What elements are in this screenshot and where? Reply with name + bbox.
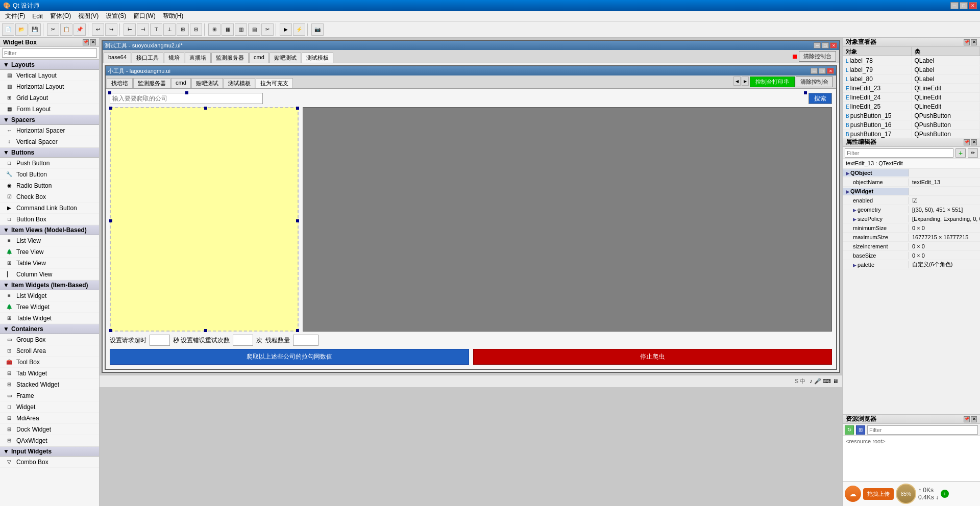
inner-restore-btn[interactable]: □	[819, 68, 826, 74]
align-top-button[interactable]: ⊤	[150, 23, 162, 36]
resource-filter-input[interactable]	[867, 425, 978, 435]
category-input-widgets[interactable]: ▼ Input Widgets	[0, 446, 99, 457]
obj-row-5[interactable]: ElineEdit_25 QLineEdit	[843, 102, 980, 111]
stop-crawl-button[interactable]: 停止爬虫	[473, 349, 832, 365]
widget-dock-widget[interactable]: ⊟ Dock Widget	[0, 424, 99, 435]
resize-mr2[interactable]	[296, 219, 299, 222]
save-button[interactable]: 💾	[29, 23, 41, 36]
outer-tab-bbs[interactable]: 贴吧测试	[270, 53, 301, 63]
outer-clear-btn[interactable]: 清除控制台	[799, 51, 836, 62]
obj-row-8[interactable]: BpushButton_17 QPushButton	[843, 130, 980, 138]
obj-row-2[interactable]: Llabel_80 QLabel	[843, 74, 980, 84]
inner-tab-nav-right[interactable]: ▶	[742, 77, 749, 86]
outer-tab-rule[interactable]: 规培	[164, 53, 184, 63]
layout-break-button[interactable]: ✂	[261, 23, 274, 36]
inner-tab-4[interactable]: 测试模板	[224, 78, 255, 88]
resize-tl[interactable]	[108, 91, 111, 94]
widget-box-pin[interactable]: 📌	[83, 39, 89, 45]
widget-form-layout[interactable]: ▦ Form Layout	[0, 104, 99, 115]
inner-tab-5[interactable]: 拉为可充支	[256, 78, 293, 88]
obj-row-4[interactable]: ElineEdit_24 QLineEdit	[843, 93, 980, 102]
widget-button-box[interactable]: □ Button Box	[0, 214, 99, 225]
align-center-v-button[interactable]: ⊟	[190, 23, 202, 36]
prop-max-size[interactable]: maximumSize 16777215 × 16777215	[843, 233, 980, 242]
resize-bl2[interactable]	[109, 329, 112, 332]
prop-editor-close[interactable]: ✕	[971, 139, 977, 145]
inner-tab-3[interactable]: 贴吧测试	[191, 78, 223, 88]
widget-list-view[interactable]: ≡ List View	[0, 235, 99, 246]
new-button[interactable]: 📄	[2, 23, 14, 36]
widget-list-widget[interactable]: ≡ List Widget	[0, 290, 99, 301]
widget-box-filter-input[interactable]	[2, 48, 97, 58]
widget-command-link[interactable]: ▶ Command Link Button	[0, 203, 99, 214]
prop-filter-add-btn[interactable]: +	[955, 148, 966, 158]
inner-clear-btn1[interactable]: 控制台打印串	[750, 77, 795, 87]
widget-radio-button[interactable]: ◉ Radio Button	[0, 180, 99, 191]
inner-tab-2[interactable]: cmd	[171, 78, 191, 88]
obj-row-0[interactable]: Llabel_78 QLabel	[843, 56, 980, 65]
upload-button[interactable]: 拖拽上传	[863, 488, 894, 500]
paste-button[interactable]: 📌	[74, 23, 86, 36]
search-button[interactable]: 搜索	[808, 93, 832, 104]
cut-button[interactable]: ✂	[47, 23, 59, 36]
resize-bc2[interactable]	[204, 329, 207, 332]
resource-browser-pin[interactable]: 📌	[964, 416, 970, 422]
undo-button[interactable]: ↩	[92, 23, 104, 36]
menu-edit[interactable]: Edit	[29, 12, 46, 21]
widget-vertical-layout[interactable]: ▤ Vertical Layout	[0, 70, 99, 81]
inner-tab-0[interactable]: 找培培	[107, 78, 133, 88]
resize-tr[interactable]	[804, 91, 807, 94]
widget-tool-button[interactable]: 🔧 Tool Button	[0, 169, 99, 180]
obj-row-7[interactable]: BpushButton_16 QPushButton	[843, 120, 980, 130]
copy-button[interactable]: 📋	[60, 23, 72, 36]
menu-help[interactable]: 帮助(H)	[160, 11, 187, 21]
maximize-button[interactable]: □	[960, 2, 968, 9]
outer-close-btn[interactable]: ✕	[830, 42, 837, 48]
layout-grid-button[interactable]: ⊞	[208, 23, 220, 36]
prop-filter-input[interactable]	[845, 148, 953, 158]
align-right-button[interactable]: ⊣	[137, 23, 149, 36]
close-button[interactable]: ✕	[969, 2, 977, 9]
category-spacers[interactable]: ▼ Spacers	[0, 115, 99, 125]
prop-object-name[interactable]: objectName textEdit_13	[843, 178, 980, 187]
widget-scroll-area[interactable]: ⊡ Scroll Area	[0, 345, 99, 357]
prop-base-size[interactable]: baseSize 0 × 0	[843, 251, 980, 260]
inner-close-btn[interactable]: ✕	[827, 68, 834, 74]
prop-size-policy[interactable]: ▶sizePolicy [Expanding, Expanding, 0, 0]	[843, 214, 980, 223]
outer-tab-live[interactable]: 直播培	[185, 53, 211, 63]
widget-frame[interactable]: ▭ Frame	[0, 390, 99, 401]
outer-tab-monitor[interactable]: 监测服务器	[211, 53, 249, 63]
category-item-widgets[interactable]: ▼ Item Widgets (Item-Based)	[0, 280, 99, 290]
prop-enabled[interactable]: enabled ☑	[843, 196, 980, 205]
outer-tab-api[interactable]: 接口工具	[132, 53, 163, 63]
thread-input[interactable]	[293, 335, 318, 346]
layout-form-button[interactable]: ▦	[222, 23, 234, 36]
widget-widget[interactable]: □ Widget	[0, 401, 99, 413]
prop-min-size[interactable]: minimumSize 0 × 0	[843, 223, 980, 233]
start-crawl-button[interactable]: 爬取以上述些公司的拉勾网数值	[110, 349, 469, 365]
prop-qwidget-group[interactable]: ▶QWidget	[843, 187, 980, 196]
widget-group-box[interactable]: ▭ Group Box	[0, 334, 99, 345]
widget-tab-widget[interactable]: ⊟ Tab Widget	[0, 368, 99, 379]
widget-tree-widget[interactable]: 🌲 Tree Widget	[0, 301, 99, 313]
menu-settings[interactable]: 设置(S)	[103, 11, 129, 21]
resource-add-btn[interactable]: ⊞	[856, 425, 865, 435]
preview-button[interactable]: ▶	[280, 23, 292, 36]
menu-window[interactable]: 窗口(W)	[130, 11, 158, 21]
widget-box-close[interactable]: ✕	[90, 39, 96, 45]
inner-tab-nav-left[interactable]: ◀	[733, 77, 741, 86]
widget-tree-view[interactable]: 🌲 Tree View	[0, 246, 99, 258]
prop-size-increment[interactable]: sizeIncrement 0 × 0	[843, 242, 980, 251]
resize-tl2[interactable]	[109, 107, 112, 110]
widget-push-button[interactable]: □ Push Button	[0, 158, 99, 169]
layout-v-button[interactable]: ▤	[248, 23, 260, 36]
widget-stacked-widget[interactable]: ⊟ Stacked Widget	[0, 379, 99, 390]
menu-form[interactable]: 窗体(O)	[47, 11, 74, 21]
resource-browser-close[interactable]: ✕	[971, 416, 977, 422]
timeout-input[interactable]	[150, 335, 170, 346]
widget-table-view[interactable]: ⊞ Table View	[0, 258, 99, 269]
widget-tool-box[interactable]: 🧰 Tool Box	[0, 357, 99, 368]
inner-minimize-btn[interactable]: ─	[811, 68, 818, 74]
widget-horizontal-layout[interactable]: ▥ Horizontal Layout	[0, 81, 99, 92]
category-item-views[interactable]: ▼ Item Views (Model-Based)	[0, 225, 99, 235]
